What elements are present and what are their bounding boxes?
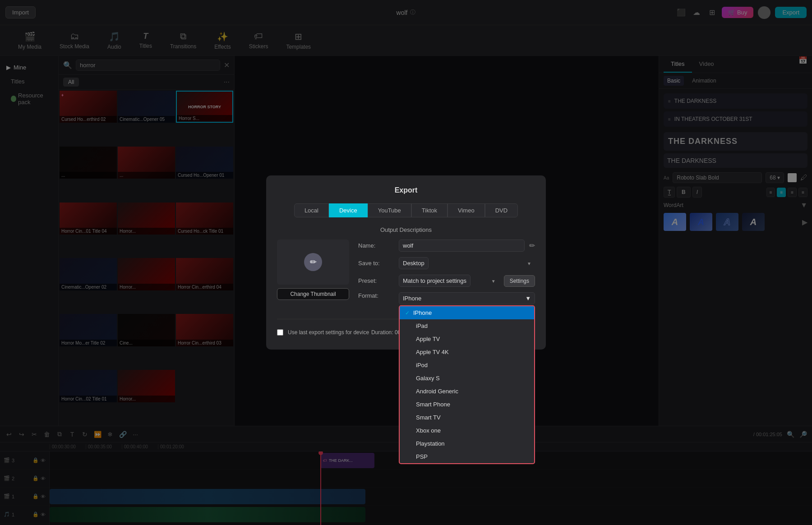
export-modal: Export Local Device YouTube Tiktok Vimeo… (266, 175, 546, 350)
format-row: Format: IPhone ▼ ✓ IPhone (358, 292, 535, 304)
export-tab-tiktok[interactable]: Tiktok (411, 203, 448, 217)
format-dropdown-container: IPhone ▼ ✓ IPhone iPad (399, 292, 535, 304)
dropdown-item-ipod[interactable]: iPod (400, 359, 534, 372)
name-label: Name: (358, 242, 394, 249)
export-tab-vimeo[interactable]: Vimeo (448, 203, 485, 217)
dropdown-item-android-generic[interactable]: Android Generic (400, 385, 534, 398)
dropdown-item-label: Apple TV (416, 336, 440, 342)
use-last-settings-checkbox[interactable] (277, 329, 283, 336)
dropdown-item-apple-tv-4k[interactable]: Apple TV 4K (400, 345, 534, 359)
save-to-arrow-icon: ▼ (527, 261, 531, 266)
form-area: Name: ✏ Save to: Desktop ▼ Pres (358, 239, 535, 310)
footer-left: Use last export settings for device (277, 329, 369, 336)
dropdown-item-label: Playstation (416, 440, 445, 447)
dropdown-item-smart-tv[interactable]: Smart TV (400, 411, 534, 424)
dropdown-item-label: IPhone (413, 309, 432, 316)
modal-overlay: Export Local Device YouTube Tiktok Vimeo… (0, 0, 812, 525)
dropdown-item-label: Smart TV (416, 414, 441, 421)
save-to-select-wrapper: Desktop ▼ (399, 257, 535, 269)
format-dropdown-menu: ✓ IPhone iPad Apple TV (399, 305, 535, 464)
dropdown-item-label: iPad (416, 322, 428, 329)
export-tab-local[interactable]: Local (294, 203, 329, 217)
save-to-label: Save to: (358, 260, 394, 267)
name-edit-icon[interactable]: ✏ (529, 241, 535, 250)
dropdown-item-label: Galaxy S (416, 375, 440, 382)
output-descriptions-title: Output Descriptions (277, 226, 535, 233)
dropdown-item-label: Apple TV 4K (416, 349, 449, 355)
dropdown-item-smart-phone[interactable]: Smart Phone (400, 398, 534, 411)
dropdown-item-label: Smart Phone (416, 401, 450, 408)
dropdown-item-playstation[interactable]: Playstation (400, 437, 534, 450)
dropdown-item-xbox-one[interactable]: Xbox one (400, 424, 534, 437)
save-to-select[interactable]: Desktop (399, 257, 429, 269)
dropdown-item-iphone[interactable]: ✓ IPhone (400, 306, 534, 319)
dropdown-item-label: Android Generic (416, 388, 458, 395)
change-thumbnail-button[interactable]: Change Thumbnail (277, 288, 349, 300)
dropdown-item-psp[interactable]: PSP (400, 450, 534, 463)
dropdown-item-apple-tv[interactable]: Apple TV (400, 332, 534, 345)
preset-select-wrapper: Match to project settings ▼ (399, 275, 499, 287)
thumbnail-area: ✏ Change Thumbnail (277, 239, 349, 310)
format-arrow-icon: ▼ (525, 295, 531, 302)
dropdown-item-label: iPod (416, 362, 428, 368)
export-tab-dvd[interactable]: DVD (485, 203, 518, 217)
preset-row: Preset: Match to project settings ▼ Sett… (358, 275, 535, 287)
modal-title: Export (277, 186, 535, 194)
export-tab-youtube[interactable]: YouTube (368, 203, 411, 217)
save-to-row: Save to: Desktop ▼ (358, 257, 535, 269)
format-label: Format: (358, 292, 394, 299)
format-selected-value: IPhone (403, 295, 421, 302)
dropdown-item-label: Xbox one (416, 427, 441, 434)
use-last-settings-label: Use last export settings for device (288, 329, 369, 336)
settings-button[interactable]: Settings (504, 275, 535, 287)
duration-label: Duration: (371, 329, 395, 336)
name-input[interactable] (399, 239, 525, 252)
name-row: Name: ✏ (358, 239, 535, 252)
check-icon: ✓ (405, 310, 410, 316)
dropdown-item-label: PSP (416, 453, 428, 460)
dropdown-item-galaxy-s[interactable]: Galaxy S (400, 372, 534, 385)
preset-select[interactable]: Match to project settings (399, 275, 471, 287)
thumbnail-box: ✏ (277, 239, 349, 285)
preset-label: Preset: (358, 277, 394, 284)
thumbnail-edit-icon: ✏ (304, 253, 322, 271)
format-select-display[interactable]: IPhone ▼ (399, 292, 535, 304)
dropdown-item-ipad[interactable]: iPad (400, 319, 534, 332)
modal-body: ✏ Change Thumbnail Name: ✏ Save to: D (277, 239, 535, 310)
export-tab-device[interactable]: Device (329, 203, 368, 217)
export-tabs: Local Device YouTube Tiktok Vimeo DVD (277, 203, 535, 217)
preset-arrow-icon: ▼ (491, 278, 496, 283)
